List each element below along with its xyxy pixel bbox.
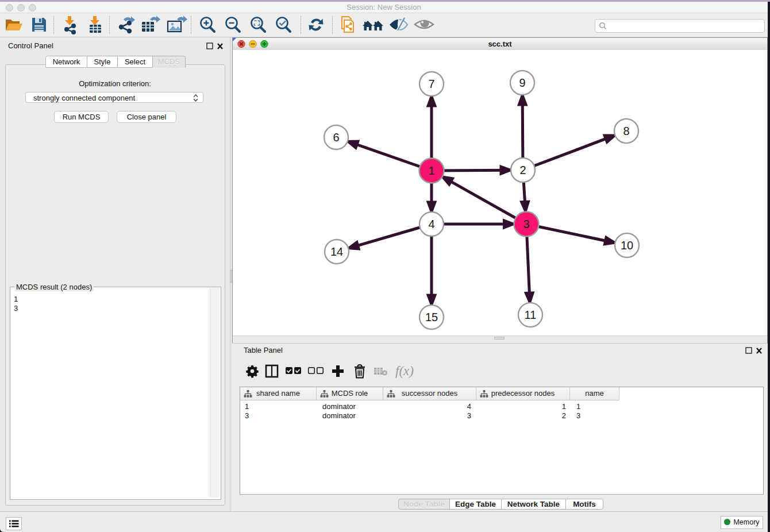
svg-text:7: 7 bbox=[428, 78, 434, 90]
svg-text:14: 14 bbox=[330, 245, 343, 258]
svg-text:11: 11 bbox=[525, 309, 537, 321]
svg-text:4: 4 bbox=[428, 218, 434, 230]
svg-text:10: 10 bbox=[621, 239, 633, 252]
svg-text:6: 6 bbox=[333, 131, 339, 144]
svg-text:8: 8 bbox=[623, 125, 629, 137]
svg-text:2: 2 bbox=[519, 164, 526, 176]
svg-text:3: 3 bbox=[523, 218, 529, 230]
svg-text:1: 1 bbox=[428, 164, 434, 177]
svg-text:15: 15 bbox=[425, 311, 438, 323]
svg-text:9: 9 bbox=[519, 76, 525, 89]
